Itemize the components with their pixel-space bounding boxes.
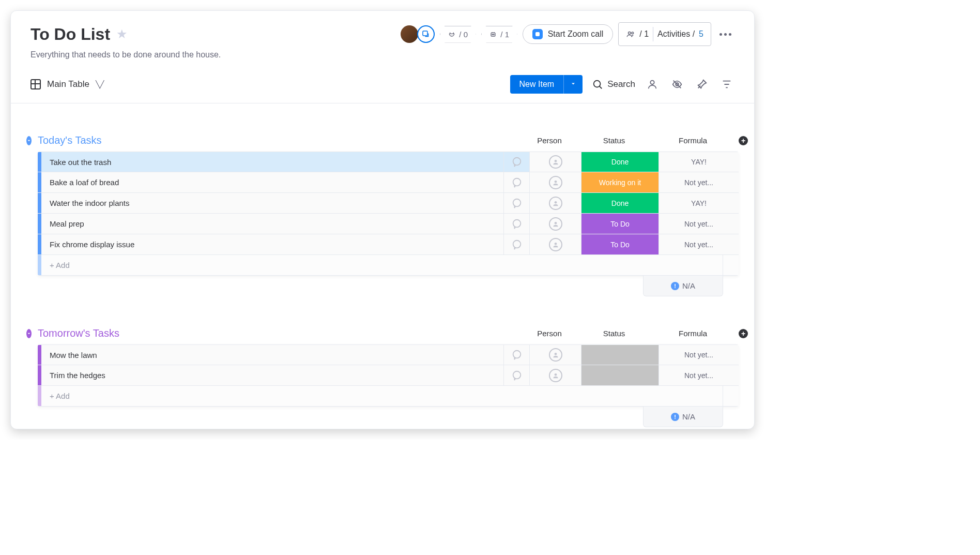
collapse-toggle[interactable] <box>26 329 32 338</box>
person-filter-button[interactable] <box>645 77 660 92</box>
svg-point-17 <box>513 240 520 248</box>
conversation-button[interactable] <box>504 214 530 234</box>
svg-point-14 <box>554 201 557 203</box>
item-name-cell[interactable]: Fix chrome display issue <box>41 234 504 254</box>
integrations-count: / 0 <box>459 30 468 39</box>
search-button[interactable]: Search <box>592 79 635 90</box>
conversation-button[interactable] <box>504 365 530 385</box>
integrations-pill[interactable]: / 0 <box>440 26 476 43</box>
conversation-button[interactable] <box>504 152 530 172</box>
info-icon: ! <box>671 282 679 290</box>
view-selector[interactable]: Main Table ╲╱ <box>30 79 104 89</box>
group-rows: Take out the trashDoneYAY!Bake a loaf of… <box>38 152 739 276</box>
row-color-bar <box>38 234 41 254</box>
column-header-person[interactable]: Person <box>524 136 575 145</box>
item-name-cell[interactable]: Trim the hedges <box>41 365 504 385</box>
item-name-cell[interactable]: Mow the lawn <box>41 345 504 365</box>
status-cell[interactable]: To Do <box>581 234 659 254</box>
add-column-button[interactable]: + <box>733 329 754 338</box>
zoom-label: Start Zoom call <box>548 29 604 39</box>
column-header-status[interactable]: Status <box>575 329 653 338</box>
formula-cell: Not yet... <box>659 365 739 385</box>
group-title[interactable]: Today's Tasks <box>38 134 524 146</box>
svg-point-20 <box>554 353 557 355</box>
item-name-cell[interactable]: Meal prep <box>41 214 504 234</box>
svg-point-13 <box>513 199 520 206</box>
table-row[interactable]: Water the indoor plantsDoneYAY! <box>38 193 739 214</box>
members-icon <box>626 29 635 39</box>
zoom-call-button[interactable]: Start Zoom call <box>523 24 614 44</box>
group-today: Today's TasksPersonStatusFormula+Take ou… <box>26 134 739 296</box>
board-title[interactable]: To Do List <box>30 25 110 44</box>
person-cell[interactable] <box>530 234 581 254</box>
formula-cell: Not yet... <box>659 214 739 234</box>
automations-pill[interactable]: / 1 <box>481 26 517 43</box>
item-name-cell[interactable]: Take out the trash <box>41 152 504 172</box>
column-header-formula[interactable]: Formula <box>653 136 733 145</box>
row-color-bar <box>38 214 41 234</box>
board-menu-button[interactable] <box>716 30 734 39</box>
group-footer: !N/A <box>26 276 739 296</box>
person-cell[interactable] <box>530 365 581 385</box>
hide-button[interactable] <box>669 77 685 92</box>
members-activities-pill[interactable]: / 1 Activities / 5 <box>618 22 711 46</box>
svg-point-10 <box>554 160 557 162</box>
pin-button[interactable] <box>694 77 710 92</box>
svg-point-18 <box>554 242 557 245</box>
formula-cell: Not yet... <box>659 172 739 192</box>
status-cell[interactable] <box>581 345 659 365</box>
status-cell[interactable] <box>581 365 659 385</box>
pill-divider <box>653 27 653 41</box>
status-cell[interactable]: Done <box>581 152 659 172</box>
svg-point-11 <box>513 178 520 186</box>
conversation-button[interactable] <box>504 172 530 192</box>
table-row[interactable]: Mow the lawnNot yet... <box>38 344 739 365</box>
table-row[interactable]: Take out the trashDoneYAY! <box>38 152 739 172</box>
add-column-button[interactable]: + <box>733 136 754 145</box>
filter-button[interactable] <box>719 77 734 92</box>
conversation-button[interactable] <box>504 234 530 254</box>
group-header: Tomorrow's TasksPersonStatusFormula+ <box>26 327 739 344</box>
person-cell[interactable] <box>530 152 581 172</box>
group-footer: !N/A <box>26 407 739 427</box>
column-header-person[interactable]: Person <box>524 329 575 338</box>
person-cell[interactable] <box>530 172 581 192</box>
person-cell[interactable] <box>530 345 581 365</box>
add-item-row[interactable]: + Add <box>38 255 739 276</box>
chevron-down-icon: ╲╱ <box>96 80 104 88</box>
svg-point-9 <box>513 158 520 166</box>
add-item-row[interactable]: + Add <box>38 386 739 407</box>
table-row[interactable]: Fix chrome display issueTo DoNot yet... <box>38 234 739 255</box>
column-header-formula[interactable]: Formula <box>653 329 733 338</box>
favorite-star-icon[interactable]: ★ <box>116 27 128 41</box>
conversation-button[interactable] <box>504 345 530 365</box>
add-item-label[interactable]: + Add <box>41 386 723 406</box>
table-row[interactable]: Meal prepTo DoNot yet... <box>38 214 739 234</box>
zoom-icon <box>532 29 543 39</box>
status-cell[interactable]: To Do <box>581 214 659 234</box>
column-header-status[interactable]: Status <box>575 136 653 145</box>
svg-point-4 <box>629 32 631 35</box>
add-item-label[interactable]: + Add <box>41 255 723 275</box>
item-name-cell[interactable]: Bake a loaf of bread <box>41 172 504 192</box>
group-title[interactable]: Tomorrow's Tasks <box>38 327 524 339</box>
table-row[interactable]: Bake a loaf of breadWorking on itNot yet… <box>38 172 739 193</box>
person-cell[interactable] <box>530 193 581 213</box>
activities-count: 5 <box>699 29 703 39</box>
board-description[interactable]: Everything that needs to be done around … <box>30 50 734 59</box>
board-toolbar: Main Table ╲╱ New Item Search <box>11 66 754 103</box>
new-item-button[interactable]: New Item <box>510 75 583 94</box>
person-cell[interactable] <box>530 214 581 234</box>
status-cell[interactable]: Done <box>581 193 659 213</box>
svg-point-15 <box>513 219 520 227</box>
conversation-button[interactable] <box>504 193 530 213</box>
new-item-dropdown[interactable] <box>563 75 583 94</box>
collapse-toggle[interactable] <box>26 136 32 145</box>
view-state-icon[interactable] <box>417 25 435 43</box>
table-row[interactable]: Trim the hedgesNot yet... <box>38 365 739 386</box>
status-cell[interactable]: Working on it <box>581 172 659 192</box>
board-frame: To Do List ★ / 0 / 1 Start Zoo <box>10 10 755 429</box>
item-name-cell[interactable]: Water the indoor plants <box>41 193 504 213</box>
owner-avatar[interactable] <box>401 25 418 43</box>
search-label: Search <box>607 79 635 89</box>
